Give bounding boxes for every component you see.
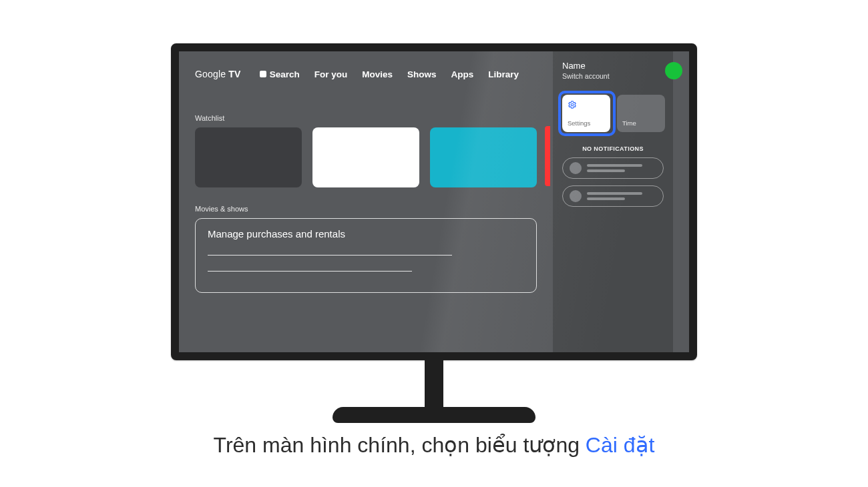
nav-library-label: Library	[488, 69, 519, 79]
watchlist-label: Watchlist	[195, 114, 537, 122]
watchlist-card-1[interactable]	[195, 127, 302, 187]
logo-brand: Google	[195, 69, 226, 79]
movies-label: Movies & shows	[195, 205, 537, 213]
nav-foryou-label: For you	[314, 69, 348, 79]
quick-tiles: Settings Time	[562, 95, 673, 132]
settings-tile-label: Settings	[568, 119, 605, 127]
tv-screen: Google TV Search For you Movies Shows Ap…	[179, 51, 689, 352]
caption-pre: Trên màn hình chính, chọn biểu tượng	[214, 433, 586, 457]
notif-text	[587, 164, 656, 172]
switch-account: Switch account	[562, 72, 664, 80]
placeholder-line	[208, 255, 452, 256]
nav-apps-label: Apps	[451, 69, 473, 79]
logo-tv: TV	[228, 69, 240, 79]
nav-library[interactable]: Library	[488, 69, 519, 79]
notification-list	[553, 157, 673, 207]
tv-stand-base	[333, 407, 535, 423]
movies-section: Movies & shows Manage purchases and rent…	[195, 205, 537, 293]
placeholder-line	[587, 164, 642, 167]
manage-purchases-text: Manage purchases and rentals	[208, 228, 524, 239]
nav-search-label: Search	[270, 69, 300, 79]
watchlist-card-2[interactable]	[312, 127, 419, 187]
notif-icon	[570, 162, 582, 174]
tv-stand-neck	[425, 359, 443, 411]
tv-frame: Google TV Search For you Movies Shows Ap…	[171, 43, 697, 360]
time-tile-label: Time	[622, 119, 660, 127]
placeholder-line	[587, 197, 625, 200]
watchlist-card-3[interactable]	[430, 127, 537, 187]
settings-tile[interactable]: Settings	[562, 95, 610, 132]
nav-shows-label: Shows	[407, 69, 437, 79]
gear-icon	[568, 100, 577, 109]
avatar[interactable]	[665, 62, 682, 79]
no-notifications-label: NO NOTIFICATIONS	[553, 145, 673, 152]
logo: Google TV	[195, 69, 241, 79]
nav-movies-label: Movies	[362, 69, 393, 79]
placeholder-line	[587, 192, 642, 195]
watchlist-row	[195, 127, 537, 187]
nav-movies[interactable]: Movies	[362, 69, 393, 79]
notif-icon	[570, 190, 582, 202]
manage-purchases-card[interactable]: Manage purchases and rentals	[195, 218, 537, 293]
selection-highlight	[558, 91, 616, 136]
caption-keyword: Cài đặt	[586, 433, 655, 457]
nav-shows[interactable]: Shows	[407, 69, 437, 79]
nav-search[interactable]: Search	[260, 69, 300, 79]
row-edge-card	[545, 126, 550, 186]
notif-text	[587, 192, 656, 200]
account-block[interactable]: Name Switch account	[553, 61, 673, 88]
notification-item[interactable]	[562, 157, 664, 179]
main-content: Watchlist Movies & shows Manage purchase…	[195, 114, 537, 293]
mic-icon	[260, 71, 266, 77]
instruction-caption: Trên màn hình chính, chọn biểu tượng Cài…	[0, 432, 868, 458]
time-tile[interactable]: Time	[617, 95, 665, 132]
nav-apps[interactable]: Apps	[451, 69, 473, 79]
notification-item[interactable]	[562, 185, 664, 207]
placeholder-line	[208, 271, 412, 272]
account-panel: Name Switch account Settings	[553, 51, 673, 352]
account-name: Name	[562, 61, 664, 71]
placeholder-line	[587, 169, 625, 172]
nav-foryou[interactable]: For you	[314, 69, 348, 79]
svg-point-0	[571, 103, 574, 106]
